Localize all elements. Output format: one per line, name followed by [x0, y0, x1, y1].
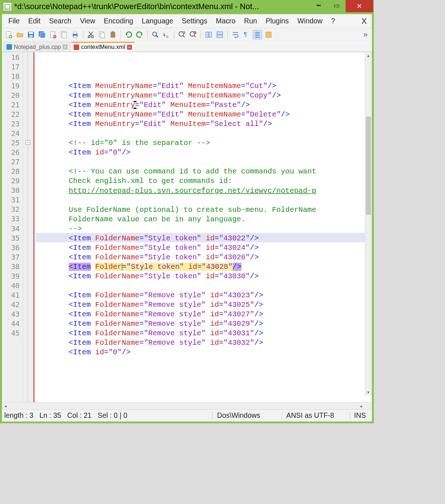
tab-contextmenu-xml[interactable]: contextMenu.xml ✕ — [71, 42, 134, 51]
undo-icon[interactable] — [124, 30, 133, 39]
print-icon[interactable] — [71, 30, 80, 39]
tab-file-icon — [7, 44, 12, 50]
close-button[interactable]: ✕ — [346, 0, 373, 12]
app-window: *d:\source\Notepad++\trunk\PowerEditor\b… — [0, 0, 374, 423]
line-number-gutter: 16 17 18 19 20 21 22 23 24 25 26 27 28 2… — [2, 52, 23, 402]
menu-window[interactable]: Window — [293, 16, 327, 26]
change-margin — [34, 52, 36, 402]
tab-close-icon[interactable]: ✕ — [127, 45, 132, 50]
close-all-icon[interactable] — [60, 30, 69, 39]
svg-text:¶: ¶ — [244, 31, 247, 38]
svg-rect-32 — [266, 32, 271, 37]
svg-point-14 — [88, 35, 90, 37]
tab-label: contextMenu.xml — [81, 44, 125, 50]
tab-label: Notepad_plus.cpp — [14, 43, 61, 50]
editor-viewport[interactable]: 16 17 18 19 20 21 22 23 24 25 26 27 28 2… — [2, 52, 372, 402]
sync-h-icon[interactable] — [215, 30, 224, 39]
cut-icon[interactable] — [86, 30, 95, 39]
toolbar-overflow-icon[interactable]: » — [363, 30, 369, 39]
svg-text:b: b — [166, 35, 168, 39]
menu-settings[interactable]: Settings — [178, 16, 212, 26]
toolbar: ab ¶ » — [2, 28, 372, 40]
indent-guide-icon[interactable] — [253, 30, 262, 39]
menu-plugins[interactable]: Plugins — [261, 16, 293, 26]
app-icon — [3, 3, 12, 11]
scroll-thumb[interactable] — [366, 117, 371, 215]
status-sel: Sel : 0 | 0 — [98, 411, 133, 420]
save-icon[interactable] — [26, 30, 35, 39]
open-file-icon[interactable] — [15, 30, 24, 39]
scroll-left-icon[interactable]: ◂ — [2, 403, 9, 408]
menu-run[interactable]: Run — [240, 16, 261, 26]
status-col: Col : 21 — [67, 411, 98, 420]
new-file-icon[interactable] — [4, 30, 14, 39]
svg-rect-28 — [209, 32, 212, 37]
svg-rect-13 — [73, 35, 77, 37]
menu-macro[interactable]: Macro — [212, 16, 240, 26]
menubar: File Edit Search View Encoding Language … — [2, 14, 372, 28]
status-line: Ln : 35 — [39, 411, 67, 420]
code-area[interactable]: <Item MenuEntryName="Edit" MenuItemName=… — [36, 52, 372, 402]
svg-rect-10 — [62, 32, 66, 38]
menu-language[interactable]: Language — [137, 16, 177, 26]
sync-v-icon[interactable] — [204, 30, 213, 39]
menubar-close-icon[interactable]: X — [357, 16, 370, 26]
status-length: length : 3 — [4, 411, 39, 420]
close-file-icon[interactable] — [49, 30, 58, 39]
minimize-button[interactable]: ━ — [310, 0, 328, 11]
menu-help[interactable]: ? — [327, 16, 339, 26]
status-encoding: ANSI as UTF-8 — [286, 411, 340, 420]
redo-icon[interactable] — [135, 30, 144, 39]
svg-point-15 — [91, 35, 93, 37]
svg-rect-27 — [206, 32, 208, 37]
svg-rect-19 — [111, 31, 114, 33]
tab-close-icon[interactable]: ✕ — [63, 44, 68, 49]
fold-gutter[interactable]: − — [23, 52, 34, 402]
replace-icon[interactable]: ab — [162, 30, 171, 39]
menu-edit[interactable]: Edit — [24, 16, 45, 26]
window-title: *d:\source\Notepad++\trunk\PowerEditor\b… — [14, 0, 308, 11]
save-all-icon[interactable] — [37, 30, 46, 39]
tab-bar: Notepad_plus.cpp ✕ contextMenu.xml ✕ — [2, 41, 372, 52]
menu-search[interactable]: Search — [45, 16, 76, 26]
status-bar: length : 3 Ln : 35 Col : 21 Sel : 0 | 0 … — [2, 409, 372, 422]
titlebar: *d:\source\Notepad++\trunk\PowerEditor\b… — [0, 0, 374, 14]
maximize-button[interactable]: ▭ — [328, 0, 346, 11]
tab-notepad-plus-cpp[interactable]: Notepad_plus.cpp ✕ — [4, 42, 70, 51]
status-eol: Dos\Windows — [217, 411, 266, 420]
wordwrap-icon[interactable] — [231, 30, 240, 39]
scroll-right-icon[interactable]: ▸ — [358, 403, 365, 408]
menu-view[interactable]: View — [76, 16, 99, 26]
menu-file[interactable]: File — [4, 16, 24, 26]
svg-rect-3 — [29, 32, 33, 34]
user-lang-icon[interactable] — [264, 30, 273, 39]
menu-encoding[interactable]: Encoding — [99, 16, 137, 26]
paste-icon[interactable] — [109, 30, 118, 39]
svg-rect-30 — [217, 35, 222, 37]
horizontal-scrollbar[interactable]: ◂ ▸ — [2, 402, 372, 409]
vertical-scrollbar[interactable]: ▴ ▾ — [365, 52, 372, 396]
svg-rect-4 — [29, 35, 33, 37]
tab-file-icon — [74, 45, 79, 50]
copy-icon[interactable] — [97, 30, 106, 39]
svg-rect-17 — [100, 33, 104, 38]
zoom-in-icon[interactable] — [178, 30, 187, 39]
svg-rect-6 — [40, 33, 46, 38]
editor: 16 17 18 19 20 21 22 23 24 25 26 27 28 2… — [2, 52, 372, 409]
show-chars-icon[interactable]: ¶ — [242, 30, 251, 39]
find-icon[interactable] — [151, 30, 160, 39]
fold-minus-icon[interactable]: − — [26, 140, 30, 145]
zoom-out-icon[interactable] — [189, 30, 198, 39]
status-ins: INS — [354, 411, 372, 420]
scroll-up-icon[interactable]: ▴ — [365, 52, 372, 59]
scroll-down-icon[interactable]: ▾ — [365, 389, 372, 395]
svg-rect-29 — [217, 31, 222, 34]
svg-rect-12 — [73, 32, 77, 34]
